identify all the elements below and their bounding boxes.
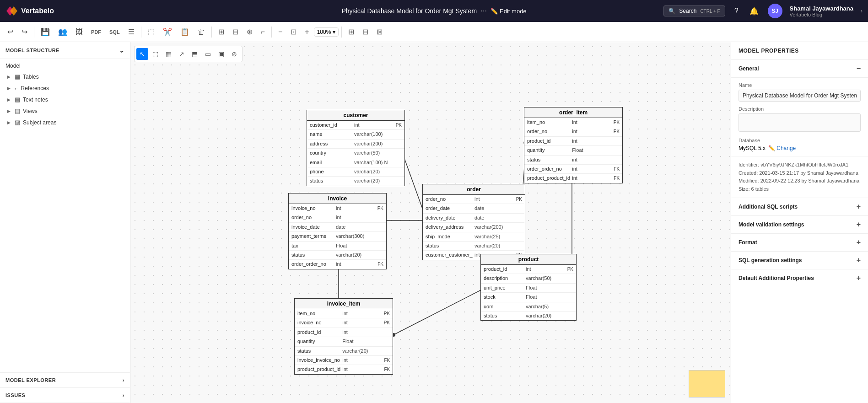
image-button[interactable]: 🖼 [72, 25, 86, 39]
table-row: product_product_idintFK [524, 174, 622, 183]
table-row: statusvarchar(20) [307, 177, 404, 185]
delete-button[interactable]: 🗑 [194, 25, 209, 39]
logo[interactable]: Vertabelo [5, 5, 54, 17]
svg-line-7 [394, 289, 483, 335]
sidebar-item-references[interactable]: ▶ ⌐ References [0, 82, 130, 94]
model-structure-header: MODEL STRUCTURE ⌄ [0, 42, 130, 59]
table-invoice-item[interactable]: invoice_item item_nointPK invoice_nointP… [294, 298, 393, 375]
distribute-btn[interactable]: ⊟ [229, 25, 242, 39]
table-order[interactable]: order order_nointPK order_datedate deliv… [422, 184, 525, 260]
table-row: product_idint [524, 137, 622, 146]
align-btn[interactable]: ⊞ [215, 25, 228, 39]
separator-3 [211, 27, 212, 38]
sidebar-item-tables[interactable]: ▶ ▦ Tables [0, 71, 130, 82]
table-row: uomvarchar(5) [481, 302, 576, 312]
table-row: addressvarchar(200) [307, 140, 404, 149]
corner-btn[interactable]: ⌐ [257, 25, 269, 39]
meta-info: Identifier: vbYV6iy9JNKZk1MhtObHIIcIJW0r… [739, 161, 861, 193]
table-product[interactable]: product product_idintPK descriptionvarch… [480, 254, 577, 321]
title-menu-icon[interactable]: ⋯ [480, 7, 487, 15]
share-button[interactable]: 👥 [54, 25, 71, 39]
search-bar[interactable]: 🔍 Search CTRL + F [663, 5, 725, 16]
zebra-btn[interactable]: ⊠ [373, 25, 386, 39]
redo-button[interactable]: ↪ [18, 25, 31, 39]
table-row: delivery_datedate [423, 214, 525, 223]
grid2-btn[interactable]: ⊟ [359, 25, 372, 39]
area-tool[interactable]: ▣ [215, 48, 227, 60]
name-label: Name [739, 82, 861, 88]
notifications-button[interactable]: 🔔 [748, 5, 760, 17]
table-customer[interactable]: customer customer_idintPK namevarchar(10… [307, 110, 405, 186]
change-link[interactable]: ✏️ Change [768, 145, 796, 151]
navbar: Vertabelo Physical Database Model for Or… [0, 0, 868, 22]
model-validation-section[interactable]: Model validation settings + [731, 216, 868, 234]
table-row: statusvarchar(20) [423, 242, 525, 251]
layout-button[interactable]: ☰ [124, 25, 138, 39]
expand-model-validation-icon: + [857, 220, 861, 229]
sql-button[interactable]: SQL [106, 27, 124, 38]
table-row: ship_modevarchar(25) [423, 232, 525, 242]
arrow-icon: ▶ [7, 86, 12, 91]
model-explorer-item[interactable]: MODEL EXPLORER › [0, 373, 130, 388]
text-notes-icon: ▤ [15, 96, 20, 103]
table-row: unit_priceFloat [481, 284, 576, 293]
chevron-right-icon: › [123, 377, 124, 383]
layer-btn[interactable]: ⊕ [243, 25, 256, 39]
sidebar-item-views[interactable]: ▶ ▤ Views [0, 105, 130, 117]
collapse-general-icon[interactable]: − [857, 64, 861, 73]
references-label: References [21, 85, 49, 91]
zoom-level: 100% [317, 29, 331, 35]
edit-mode-button[interactable]: ✏️ Edit mode [491, 8, 527, 15]
grid-btn[interactable]: ⊞ [345, 25, 358, 39]
avatar[interactable]: SJ [768, 4, 782, 18]
table-row: product_idint [295, 328, 393, 337]
table-row: order_nointPK [423, 195, 525, 204]
logo-icon [5, 5, 18, 17]
format-section[interactable]: Format + [731, 234, 868, 252]
zoom-in-button[interactable]: + [301, 25, 313, 39]
sidebar-item-subject-areas[interactable]: ▶ ▨ Subject areas [0, 117, 130, 128]
toolbar: ↩ ↪ 💾 👥 🖼 PDF SQL ☰ ⬚ ✂️ 📋 🗑 ⊞ ⊟ ⊕ ⌐ − ⊡… [0, 22, 868, 42]
issues-item[interactable]: ISSUES › [0, 388, 130, 403]
note-tool[interactable]: ▭ [202, 48, 214, 60]
pdf-button[interactable]: PDF [87, 27, 105, 38]
name-input[interactable] [739, 90, 861, 102]
canvas-toolbar: ↖ ⬚ ▦ ↗ ⬒ ▭ ▣ ⊘ [134, 46, 243, 62]
zoom-fit-button[interactable]: ⊡ [287, 25, 300, 39]
cut-button[interactable]: ✂️ [159, 25, 176, 39]
sidebar-tree: ▶ ▦ Tables ▶ ⌐ References ▶ ▤ Text notes… [0, 71, 130, 372]
arrow-icon: ▶ [7, 120, 12, 125]
save-button[interactable]: 💾 [37, 25, 54, 39]
table-row: quantityFloat [295, 337, 393, 346]
description-textarea[interactable] [739, 113, 861, 132]
tables-icon: ▦ [15, 73, 20, 80]
pencil-icon: ✏️ [768, 145, 775, 151]
table-invoice[interactable]: invoice invoice_nointPK order_noint invo… [288, 193, 387, 269]
undo-button[interactable]: ↩ [4, 25, 17, 39]
collapse-icon[interactable]: ⌄ [119, 47, 125, 54]
zoom-control[interactable]: 100% ▾ [314, 27, 339, 37]
cross-tool[interactable]: ⊘ [228, 48, 240, 60]
user-info: Shamal Jayawardhana Vertabelo Blog [790, 5, 853, 17]
additional-sql-section[interactable]: Additional SQL scripts + [731, 198, 868, 216]
canvas-area[interactable]: ↖ ⬚ ▦ ↗ ⬒ ▭ ▣ ⊘ [130, 42, 731, 403]
rect-select-tool[interactable]: ⬚ [149, 48, 162, 60]
table-tool[interactable]: ▦ [162, 48, 175, 60]
default-properties-section[interactable]: Default Additional Properties + [731, 269, 868, 287]
sql-generation-section[interactable]: SQL generation settings + [731, 252, 868, 269]
select-tool[interactable]: ↖ [136, 48, 148, 60]
paste-button[interactable]: 📋 [177, 25, 193, 39]
expand-default-properties-icon: + [857, 274, 861, 282]
subject-areas-label: Subject areas [23, 119, 56, 126]
database-label: Database [739, 138, 861, 143]
ref2-tool[interactable]: ⬒ [189, 48, 201, 60]
table-row: invoice_nointPK [289, 204, 386, 213]
zoom-out-button[interactable]: − [275, 25, 286, 39]
table-order-item[interactable]: order_item item_nointPK order_nointPK pr… [524, 107, 623, 183]
copy-button[interactable]: ⬚ [144, 25, 158, 39]
expand-icon: › [861, 8, 863, 14]
left-sidebar: MODEL STRUCTURE ⌄ Model ▶ ▦ Tables ▶ ⌐ R… [0, 42, 130, 403]
help-button[interactable]: ? [733, 5, 740, 17]
ref-tool[interactable]: ↗ [176, 48, 188, 60]
sidebar-item-text-notes[interactable]: ▶ ▤ Text notes [0, 94, 130, 105]
